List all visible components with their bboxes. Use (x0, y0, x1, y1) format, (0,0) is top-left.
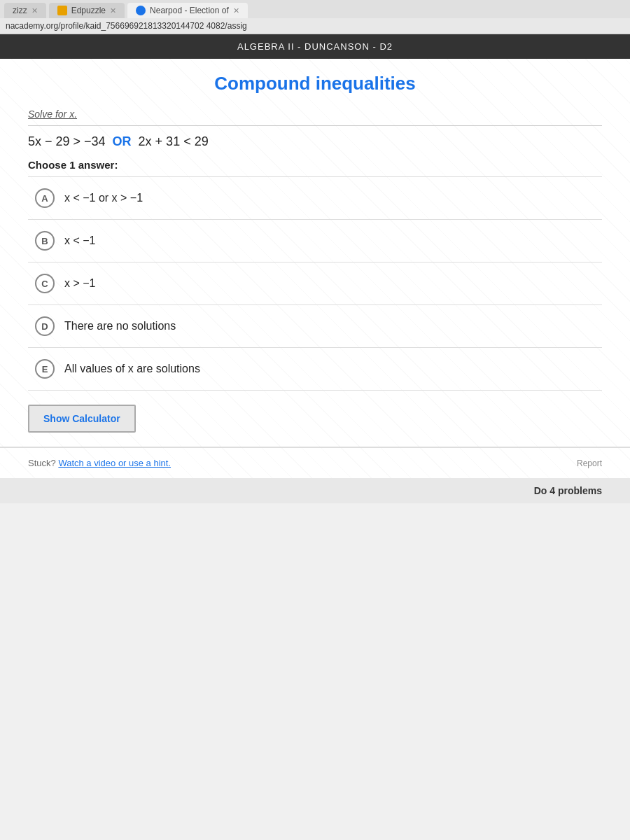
choice-e-circle: E (35, 359, 55, 379)
choice-a[interactable]: A x < −1 or x > −1 (28, 177, 602, 220)
address-bar[interactable]: nacademy.org/profile/kaid_75669692181332… (0, 18, 630, 34)
edpuzzle-favicon-icon (57, 6, 67, 15)
tab-edpuzzle[interactable]: Edpuzzle ✕ (49, 3, 125, 18)
choice-b-text: x < −1 (64, 234, 95, 247)
choice-c-circle: C (35, 274, 55, 293)
equation-right: 2x + 31 < 29 (139, 134, 209, 149)
course-header: ALGEBRA II - DUNCANSON - D2 (0, 34, 630, 59)
report-link[interactable]: Report (577, 458, 602, 468)
nearpod-favicon-icon (136, 6, 146, 15)
stuck-prefix: Stuck? (28, 458, 56, 468)
choice-c-text: x > −1 (64, 277, 95, 290)
choice-d[interactable]: D There are no solutions (28, 305, 602, 348)
course-header-text: ALGEBRA II - DUNCANSON - D2 (237, 41, 393, 52)
tab-zizz-close[interactable]: ✕ (31, 6, 38, 15)
show-calculator-button[interactable]: Show Calculator (28, 405, 136, 433)
tab-nearpod[interactable]: Nearpod - Election of ✕ (127, 3, 248, 18)
calculator-section: Show Calculator (0, 391, 630, 447)
choice-b-circle: B (35, 231, 55, 251)
solve-for-instruction: Solve for x. (28, 108, 602, 126)
do-problems-bar: Do 4 problems (0, 478, 630, 503)
tab-nearpod-label: Nearpod - Election of (150, 6, 229, 15)
tab-nearpod-close[interactable]: ✕ (233, 6, 239, 15)
choice-e-text: All values of x are solutions (64, 363, 200, 375)
stuck-link[interactable]: Watch a video or use a hint. (58, 458, 171, 468)
choice-a-circle: A (35, 188, 55, 208)
choice-e[interactable]: E All values of x are solutions (28, 348, 602, 391)
tab-zizz-label: zizz (13, 6, 27, 15)
do-problems-text: Do 4 problems (534, 485, 602, 496)
stuck-text-area: Stuck? Watch a video or use a hint. (28, 458, 171, 468)
content-wrapper: ALGEBRA II - DUNCANSON - D2 Compound ine… (0, 34, 630, 503)
question-title: Compound inequalities (0, 59, 630, 102)
tab-edpuzzle-label: Edpuzzle (71, 6, 106, 15)
equation-connector: OR (113, 134, 132, 149)
choice-a-text: x < −1 or x > −1 (64, 192, 143, 204)
choice-b[interactable]: B x < −1 (28, 220, 602, 262)
page-main: ALGEBRA II - DUNCANSON - D2 Compound ine… (0, 34, 630, 503)
equation-left: 5x − 29 > −34 (28, 134, 106, 149)
choice-c[interactable]: C x > −1 (28, 262, 602, 305)
tab-bar: zizz ✕ Edpuzzle ✕ Nearpod - Election of … (0, 0, 630, 18)
address-bar-url: nacademy.org/profile/kaid_75669692181332… (6, 21, 247, 31)
choice-d-circle: D (35, 316, 55, 336)
stuck-section: Stuck? Watch a video or use a hint. Repo… (0, 447, 630, 478)
choice-d-text: There are no solutions (64, 320, 176, 332)
question-body: Solve for x. 5x − 29 > −34 OR 2x + 31 < … (0, 102, 630, 391)
tab-edpuzzle-close[interactable]: ✕ (110, 6, 116, 15)
choices-list: A x < −1 or x > −1 B x < −1 C x > −1 D T… (28, 176, 602, 391)
tab-zizz[interactable]: zizz ✕ (4, 3, 46, 18)
choose-label: Choose 1 answer: (28, 159, 602, 171)
equation-display: 5x − 29 > −34 OR 2x + 31 < 29 (28, 134, 602, 149)
